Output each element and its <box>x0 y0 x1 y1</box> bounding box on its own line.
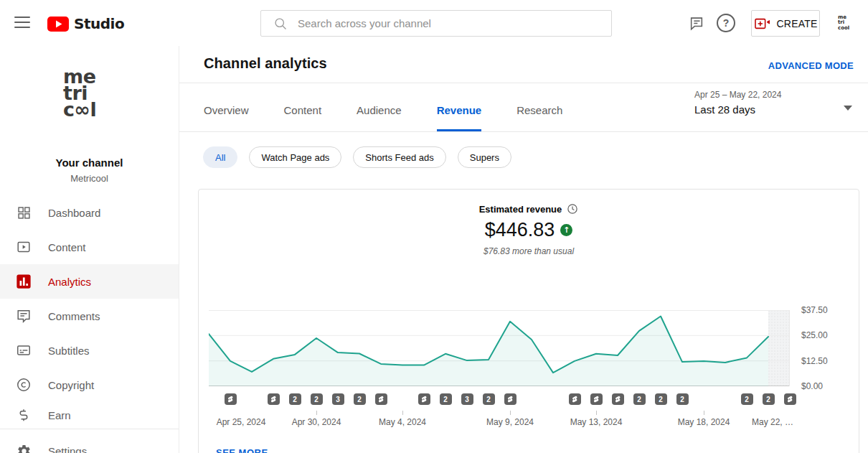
main-content: Channel analytics ADVANCED MODE Overview… <box>179 46 868 453</box>
copyright-icon <box>15 376 32 393</box>
filter-chip-supers[interactable]: Supers <box>458 146 511 168</box>
published-videos-count-marker[interactable]: 2 <box>741 393 753 405</box>
tab-audience[interactable]: Audience <box>357 104 402 131</box>
tab-content[interactable]: Content <box>284 104 322 131</box>
x-axis-label: May 13, 2024 <box>570 417 623 427</box>
search-input[interactable] <box>298 17 611 29</box>
sidebar-item-label: Dashboard <box>48 207 100 219</box>
subtitles-icon <box>15 342 32 359</box>
topbar: Studio ? CREATE me tri cool <box>0 0 868 46</box>
sidebar-item-content[interactable]: Content <box>0 230 179 264</box>
published-short-marker[interactable] <box>268 393 280 405</box>
filter-chip-shorts-feed-ads[interactable]: Shorts Feed ads <box>353 146 445 168</box>
shorts-icon <box>786 396 793 403</box>
shorts-icon <box>614 396 621 403</box>
sidebar-item-label: Comments <box>48 310 100 322</box>
filter-chip-all[interactable]: All <box>203 146 237 168</box>
comments-icon <box>15 307 32 324</box>
published-short-marker[interactable] <box>590 393 603 405</box>
x-axis-label: May 22, … <box>752 417 793 427</box>
x-axis-tick <box>402 411 403 415</box>
page-title: Channel analytics <box>204 55 327 72</box>
x-axis-tick <box>596 411 597 415</box>
x-axis-tick <box>704 411 704 415</box>
advanced-mode-link[interactable]: ADVANCED MODE <box>768 60 854 71</box>
published-videos-count-marker[interactable]: 2 <box>633 393 646 405</box>
account-avatar[interactable]: me tri cool <box>836 11 859 34</box>
tab-revenue[interactable]: Revenue <box>437 104 482 131</box>
published-videos-count-marker[interactable]: 3 <box>461 393 473 405</box>
published-videos-count-marker[interactable]: 2 <box>483 393 495 405</box>
shorts-icon <box>227 396 234 403</box>
content-icon <box>15 238 32 256</box>
search-bar[interactable] <box>260 10 612 37</box>
metric-comparison: $76.83 more than usual <box>199 246 859 256</box>
youtube-studio-logo[interactable]: Studio <box>47 15 124 32</box>
shorts-icon <box>270 396 277 403</box>
analytics-icon <box>15 273 32 290</box>
delayed-data-clock-icon[interactable] <box>567 203 578 215</box>
y-axis-label: $25.00 <box>801 330 828 340</box>
channel-avatar-logo[interactable]: me tri c∞l <box>63 68 96 118</box>
tab-research[interactable]: Research <box>516 104 562 131</box>
metric-value: $446.83 <box>485 219 555 241</box>
published-short-marker[interactable] <box>418 393 430 405</box>
incomplete-data-band <box>768 310 790 386</box>
sidebar-item-earn[interactable]: Earn <box>0 402 179 428</box>
metric-value-row: $446.83 ↑ <box>199 219 859 241</box>
sidebar-item-comments[interactable]: Comments <box>0 299 179 333</box>
chart-canvas <box>209 310 790 386</box>
published-videos-count-marker[interactable]: 2 <box>676 393 689 405</box>
chevron-down-icon <box>844 106 852 111</box>
x-axis-label: Apr 30, 2024 <box>292 417 341 427</box>
sidebar-item-subtitles[interactable]: Subtitles <box>0 333 179 368</box>
sidebar-item-settings[interactable]: Settings <box>0 434 179 453</box>
published-videos-count-marker[interactable]: 2 <box>655 393 667 405</box>
x-axis-label: May 4, 2024 <box>379 417 426 427</box>
published-videos-count-marker[interactable]: 2 <box>763 393 775 405</box>
published-short-marker[interactable] <box>375 393 387 405</box>
tab-overview[interactable]: Overview <box>204 104 249 131</box>
published-short-marker[interactable] <box>612 393 624 405</box>
published-videos-count-marker[interactable]: 2 <box>289 393 301 405</box>
create-button[interactable]: CREATE <box>751 10 820 37</box>
published-short-marker[interactable] <box>784 393 796 405</box>
sidebar-item-label: Earn <box>48 409 71 421</box>
sidebar-divider <box>0 429 179 429</box>
sidebar-item-dashboard[interactable]: Dashboard <box>0 195 179 230</box>
see-more-link[interactable]: SEE MORE <box>216 447 268 453</box>
sidebar-item-label: Content <box>48 241 86 253</box>
shorts-icon <box>377 396 385 403</box>
published-videos-count-marker[interactable]: 3 <box>332 393 344 405</box>
analytics-header: Channel analytics ADVANCED MODE <box>179 46 868 83</box>
sidebar-menu: Dashboard Content Analytics Comments Sub… <box>0 195 179 453</box>
revenue-line-chart[interactable] <box>209 310 790 386</box>
x-axis-label: May 18, 2024 <box>678 417 730 427</box>
y-axis-label: $0.00 <box>801 381 823 391</box>
date-range-picker[interactable]: Apr 25 – May 22, 2024 Last 28 days <box>694 90 854 127</box>
feedback-icon[interactable] <box>689 15 704 31</box>
estimated-revenue-card: Estimated revenue $446.83 ↑ $76.83 more … <box>198 189 859 453</box>
menu-icon[interactable] <box>14 17 30 29</box>
published-short-marker[interactable] <box>504 393 516 405</box>
channel-name: Metricool <box>0 173 179 184</box>
sidebar-item-label: Analytics <box>48 276 91 288</box>
sidebar-item-analytics[interactable]: Analytics <box>0 264 179 299</box>
channel-title: Your channel <box>0 157 179 169</box>
sidebar-item-copyright[interactable]: Copyright <box>0 368 179 402</box>
help-icon[interactable]: ? <box>717 14 735 32</box>
dashboard-icon <box>15 204 32 221</box>
published-videos-count-marker[interactable]: 2 <box>440 393 452 405</box>
x-axis-tick <box>316 411 317 415</box>
published-videos-count-marker[interactable]: 2 <box>311 393 323 405</box>
published-videos-count-marker[interactable]: 2 <box>354 393 366 405</box>
published-short-marker[interactable] <box>225 393 237 405</box>
sidebar: me tri c∞l Your channel Metricool Dashbo… <box>0 46 179 453</box>
published-short-marker[interactable] <box>569 393 581 405</box>
y-axis-label: $12.50 <box>801 356 828 366</box>
date-preset-text: Last 28 days <box>694 103 854 116</box>
trend-up-icon: ↑ <box>560 224 572 236</box>
x-axis-label: May 9, 2024 <box>486 417 534 427</box>
filter-chip-watch-page-ads[interactable]: Watch Page ads <box>249 146 341 168</box>
create-label: CREATE <box>777 18 818 29</box>
